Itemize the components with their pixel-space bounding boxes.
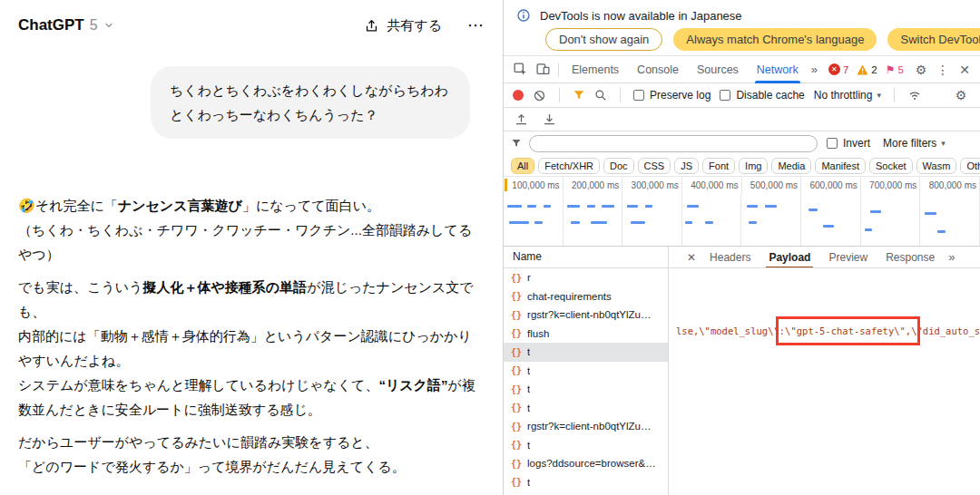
model-version: 5 <box>90 17 98 34</box>
tab-response[interactable]: Response <box>877 247 943 267</box>
tab-network[interactable]: Network <box>748 56 808 83</box>
share-icon <box>364 18 379 34</box>
waterfall-bar <box>509 221 529 224</box>
network-request-row[interactable]: {}r <box>504 268 668 287</box>
export-har-icon[interactable] <box>543 112 556 126</box>
name-column-header[interactable]: Name <box>504 247 669 267</box>
json-icon: {} <box>511 347 522 357</box>
filter-chip-wasm[interactable]: Wasm <box>916 158 957 174</box>
network-filter-input[interactable] <box>529 135 818 152</box>
tab-payload[interactable]: Payload <box>760 247 818 267</box>
filter-chip-css[interactable]: CSS <box>638 158 671 174</box>
filter-chip-other[interactable]: Other <box>960 158 980 174</box>
dont-show-again-button[interactable]: Don't show again <box>545 28 662 51</box>
network-request-row[interactable]: {}t <box>504 436 668 455</box>
request-name: t <box>527 383 530 394</box>
assistant-paragraph: だからユーザーがやってるみたいに韻踏み実験をすると、 「どのワードで発火するか」… <box>18 430 485 479</box>
filter-chip-doc[interactable]: Doc <box>603 158 634 174</box>
assistant-paragraph: でも実は、こういう擬人化＋体や接種系の単語が混じったナンセンス文でも、 内部的に… <box>18 275 485 422</box>
network-conditions-icon[interactable] <box>907 89 922 102</box>
tab-console[interactable]: Console <box>628 56 688 83</box>
filter-chip-img[interactable]: Img <box>739 158 768 174</box>
preserve-log-checkbox[interactable]: Preserve log <box>633 89 710 102</box>
timeline-marker <box>505 179 507 191</box>
network-request-row[interactable]: {}t <box>504 343 668 362</box>
network-request-row[interactable]: {}t <box>504 473 668 492</box>
error-badge[interactable]: ✕ 7 <box>828 63 848 75</box>
ellipsis-icon: ⋯ <box>467 16 485 34</box>
network-request-row[interactable]: {}logs?ddsource=browser&… <box>504 454 668 473</box>
waterfall-bar <box>631 221 645 224</box>
issues-badge[interactable]: ⚑ 5 <box>886 63 904 76</box>
warning-badge[interactable]: 2 <box>857 64 877 75</box>
filter-chip-font[interactable]: Font <box>702 158 735 174</box>
network-request-row[interactable]: {}t <box>504 491 668 495</box>
network-settings-gear-icon[interactable]: ⚙ <box>951 84 971 106</box>
record-button[interactable] <box>513 90 524 101</box>
close-devtools-icon[interactable]: ✕ <box>955 59 975 81</box>
waterfall-bar <box>645 205 652 208</box>
filter-chip-js[interactable]: JS <box>674 158 699 174</box>
filter-chip-fetchxhr[interactable]: Fetch/XHR <box>538 158 600 174</box>
disable-cache-checkbox[interactable]: Disable cache <box>720 89 804 102</box>
kebab-menu-icon[interactable]: ⋮ <box>933 59 953 81</box>
request-name: t <box>527 365 530 376</box>
filter-chip-media[interactable]: Media <box>771 158 811 174</box>
request-list: {}r{}chat-requirements{}rgstr?k=client-n… <box>504 268 669 495</box>
json-icon: {} <box>511 310 522 320</box>
network-request-row[interactable]: {}flush <box>504 325 668 344</box>
inspect-element-icon[interactable] <box>509 58 532 82</box>
waterfall-overview[interactable] <box>504 194 980 247</box>
devtools-tabbar: Elements Console Sources Network » ✕ 7 2… <box>504 56 980 83</box>
clear-icon[interactable] <box>533 89 546 102</box>
payload-pane: lse,\"model_slug\":\"gpt-5-chat-safety\"… <box>669 268 980 495</box>
more-tabs-icon[interactable]: » <box>808 63 821 76</box>
switch-language-button[interactable]: Switch DevTools to Ja <box>887 28 980 51</box>
network-table-header: Name ✕ Headers Payload Preview Response … <box>504 247 980 268</box>
more-options-button[interactable]: ⋯ <box>467 15 485 35</box>
json-icon: {} <box>511 422 522 432</box>
resource-filter-chips: AllFetch/XHRDocCSSJSFontImgMediaManifest… <box>504 155 980 177</box>
more-detail-tabs-icon[interactable]: » <box>945 250 958 264</box>
filter-chip-all[interactable]: All <box>511 158 534 174</box>
tab-headers[interactable]: Headers <box>701 247 759 267</box>
import-har-icon[interactable] <box>514 112 528 126</box>
waterfall-bar <box>687 205 699 208</box>
filter-chip-manifest[interactable]: Manifest <box>815 158 866 174</box>
search-icon[interactable] <box>594 89 607 102</box>
filter-chip-socket[interactable]: Socket <box>869 158 913 174</box>
network-request-row[interactable]: {}rgstr?k=client-nb0qtYlZu… <box>504 417 668 436</box>
device-toolbar-icon[interactable] <box>532 58 554 82</box>
chevron-down-icon <box>103 20 114 31</box>
caret-down-icon: ▾ <box>877 91 881 100</box>
network-request-row[interactable]: {}t <box>504 362 668 381</box>
match-language-button[interactable]: Always match Chrome's language <box>673 28 877 51</box>
waterfall-bar <box>808 209 818 211</box>
waterfall-bar <box>527 205 536 208</box>
infobar-message: DevTools is now available in Japanese <box>540 9 742 23</box>
network-request-row[interactable]: {}chat-requirements <box>504 287 668 306</box>
share-button[interactable]: 共有する <box>364 17 442 34</box>
tab-preview[interactable]: Preview <box>820 247 876 267</box>
settings-gear-icon[interactable]: ⚙ <box>911 59 931 81</box>
model-picker-button[interactable]: ChatGPT 5 <box>18 16 114 34</box>
waterfall-bar <box>937 230 946 233</box>
tab-elements[interactable]: Elements <box>563 56 628 83</box>
waterfall-bar <box>591 221 607 224</box>
throttling-select[interactable]: No throttling ▾ <box>814 89 881 102</box>
network-request-row[interactable]: {}t <box>504 380 668 399</box>
close-detail-pane-icon[interactable]: ✕ <box>683 251 700 264</box>
flag-icon: ⚑ <box>886 63 896 76</box>
tab-sources[interactable]: Sources <box>688 56 748 83</box>
request-name: flush <box>527 328 549 339</box>
invert-checkbox[interactable]: Invert <box>827 137 870 150</box>
filter-funnel-icon[interactable] <box>573 89 585 102</box>
json-icon: {} <box>511 384 522 394</box>
waterfall-bar <box>865 228 872 231</box>
network-request-row[interactable]: {}t <box>504 399 668 418</box>
request-name: chat-requirements <box>527 291 612 302</box>
json-icon: {} <box>511 403 522 412</box>
more-filters-button[interactable]: More filters ▾ <box>883 137 946 150</box>
checkbox-icon <box>827 138 838 149</box>
network-request-row[interactable]: {}rgstr?k=client-nb0qtYlZu… <box>504 306 668 325</box>
